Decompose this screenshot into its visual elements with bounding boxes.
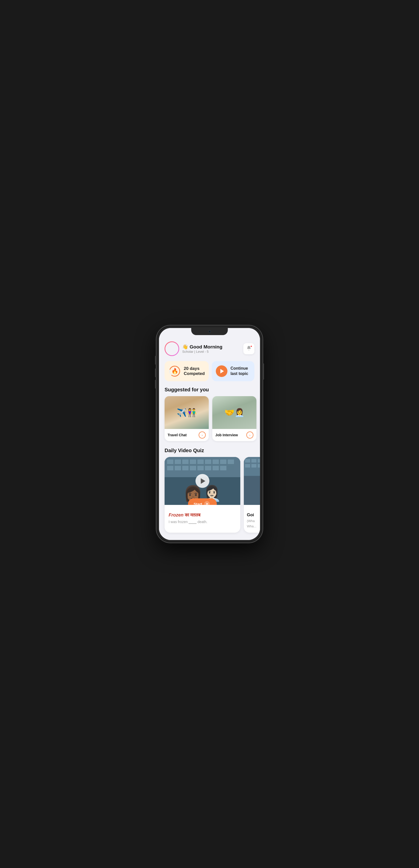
phone-frame: 👋 Good Morning Scholar | Level - 5 [156,326,263,542]
travel-arrow[interactable]: › [199,432,206,438]
suggested-scroll: Travel Chat › Job Interview › [159,396,260,446]
phone-screen: 👋 Good Morning Scholar | Level - 5 [159,328,260,540]
continue-label: Continue last topic [231,366,248,376]
quiz-scroll: 👩🏾👩🏻‍💼 Start [159,457,260,538]
quiz-sentence-1: I was frozen ____ death. [169,520,236,524]
user-level: Scholar | Level - 5 [182,350,222,353]
svg-rect-19 [220,460,227,464]
quiz-video-area-1: 👩🏾👩🏻‍💼 Start [164,457,240,505]
svg-rect-18 [212,460,219,464]
svg-rect-14 [182,460,188,464]
streak-text: 20 days Competed [184,366,205,376]
quiz-2nd-bg [244,457,260,505]
quiz-play-button[interactable] [196,474,210,488]
continue-card[interactable]: Continue last topic [212,361,255,381]
quiz-card-1[interactable]: 👩🏾👩🏻‍💼 Start [164,457,240,533]
travel-label: Travel Chat [168,433,186,437]
svg-rect-26 [205,466,211,470]
start-arrow [207,503,208,505]
notification-button[interactable] [243,343,255,354]
quiz-play-icon [201,478,205,484]
greeting-text: 👋 Good Morning Scholar | Level - 5 [182,344,222,353]
svg-rect-31 [245,459,250,463]
svg-rect-13 [175,460,181,464]
suggest-card-footer-travel: Travel Chat › [164,429,209,441]
flame-icon: 🔥 [171,368,178,374]
suggested-section-title: Suggested for you [159,386,260,396]
camera [208,330,211,333]
interview-label: Job Interview [215,433,238,437]
quiz-2nd-sub: (Wha [247,519,260,523]
screen-content: 👋 Good Morning Scholar | Level - 5 [159,328,260,540]
quiz-start-button[interactable]: Start [188,498,217,505]
notch [191,328,228,335]
word-english: Frozen [169,513,183,518]
suggest-card-interview[interactable]: Job Interview › [212,396,257,441]
play-icon [220,369,224,373]
interview-arrow[interactable]: › [246,432,253,438]
streak-card[interactable]: 🔥 20 days Competed [164,361,209,381]
quiz-2nd-sub2: Wha... [247,524,260,528]
quiz-card-body-1: Frozen का मतलब I was frozen ____ death. [164,505,240,528]
svg-rect-28 [220,466,227,470]
svg-rect-36 [251,464,257,468]
continue-text: Continue last topic [231,366,248,376]
svg-rect-33 [258,459,260,463]
greeting-heading: 👋 Good Morning [182,344,222,350]
quiz-2nd-title: Goi [247,513,260,518]
svg-rect-22 [175,466,181,470]
quiz-card-2[interactable]: Goi (Wha Wha... [244,457,260,533]
svg-rect-21 [167,466,173,470]
notification-dot [250,345,252,347]
svg-rect-25 [198,466,204,470]
word-hindi: का मतलब [185,513,201,518]
start-label: Start [193,502,202,505]
avatar[interactable] [164,341,179,356]
svg-rect-17 [205,460,211,464]
svg-rect-27 [212,466,219,470]
svg-rect-23 [182,466,188,470]
svg-rect-20 [228,460,234,464]
svg-rect-15 [190,460,196,464]
play-button [216,365,228,377]
quiz-word-1: Frozen का मतलब [169,513,236,518]
svg-rect-32 [251,459,257,463]
start-icon [204,501,210,505]
quiz-2nd-video [244,457,260,505]
header-left: 👋 Good Morning Scholar | Level - 5 [164,341,222,356]
quiz-section-title: Daily Video Quiz [159,446,260,457]
svg-rect-35 [245,464,250,468]
greeting-emoji: 👋 [182,344,188,349]
interview-image [212,396,257,429]
suggest-card-travel[interactable]: Travel Chat › [164,396,209,441]
travel-image [164,396,209,429]
suggest-card-footer-interview: Job Interview › [212,429,257,441]
svg-rect-24 [190,466,196,470]
svg-rect-37 [258,464,260,468]
streak-icon-container: 🔥 [169,365,181,377]
quick-actions: 🔥 20 days Competed [159,359,260,386]
header: 👋 Good Morning Scholar | Level - 5 [159,337,260,359]
streak-days: 20 days Competed [184,366,205,376]
svg-rect-12 [167,460,173,464]
svg-rect-16 [198,460,204,464]
quiz-2nd-body: Goi (Wha Wha... [244,505,260,533]
